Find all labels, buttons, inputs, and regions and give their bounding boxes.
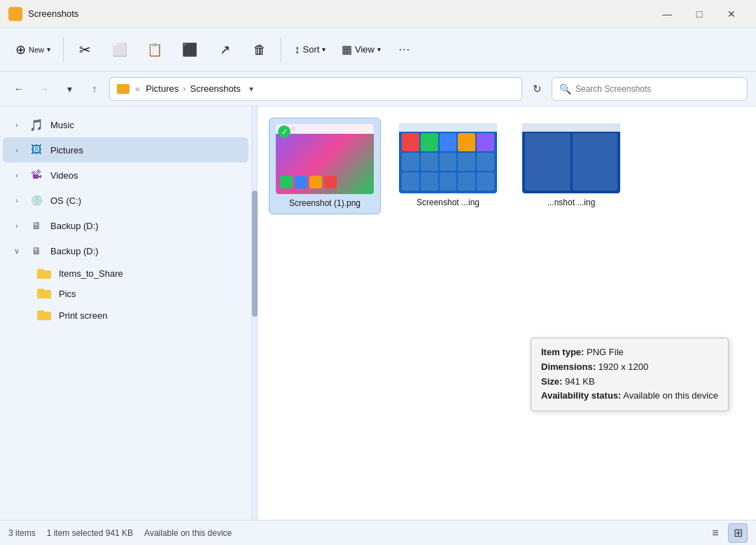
- chevron-backup-expanded-icon: ∨: [11, 247, 22, 256]
- copy-button[interactable]: ⬜: [103, 32, 136, 67]
- toolbar-divider-1: [63, 37, 64, 62]
- view-button[interactable]: ▦ View ▾: [336, 32, 386, 67]
- paste-button[interactable]: 📋: [138, 32, 172, 67]
- more-icon: ···: [399, 43, 410, 56]
- scrollbar-thumb[interactable]: [252, 191, 258, 317]
- file-tooltip: Item type: PNG File Dimensions: 1920 x 1…: [531, 338, 729, 411]
- view-toggle-group: ≡ ⊞: [706, 523, 748, 543]
- refresh-button[interactable]: ↻: [526, 78, 547, 99]
- address-path[interactable]: « Pictures › Screenshots ▾: [109, 77, 522, 101]
- up-button[interactable]: ↑: [84, 78, 105, 99]
- file-item-screenshot-2[interactable]: Screenshot ...ing: [392, 118, 504, 214]
- videos-label: Videos: [50, 170, 78, 181]
- pics-label: Pics: [59, 289, 76, 299]
- path-folder-icon: [117, 84, 130, 94]
- grid-view-button[interactable]: ⊞: [728, 523, 748, 543]
- backup-expanded-icon: 🖥: [28, 242, 45, 259]
- window-controls: — □ ✕: [651, 3, 748, 25]
- toolbar-divider-2: [281, 37, 281, 62]
- sort-icon: ↕: [295, 43, 300, 56]
- path-chevron-button[interactable]: ▾: [244, 81, 259, 97]
- new-label: New: [29, 46, 44, 54]
- file-name-2: Screenshot ...ing: [416, 198, 479, 207]
- file-area: ✓ Screenshot (1).png: [258, 106, 756, 520]
- backup-collapsed-label: Backup (D:): [50, 221, 99, 231]
- new-button[interactable]: ⊕ New ▾: [7, 32, 59, 67]
- maximize-button[interactable]: □: [683, 3, 715, 25]
- file-thumbnail-3: [522, 123, 620, 193]
- os-icon: 💿: [28, 192, 45, 209]
- tooltip-size: Size: 941 KB: [541, 375, 718, 389]
- sidebar: › 🎵 Music › 🖼 Pictures › 📽 Videos › 💿 OS…: [0, 106, 252, 520]
- more-button[interactable]: ···: [388, 32, 421, 67]
- svg-rect-1: [10, 15, 15, 18]
- folder-pics-icon: [36, 287, 52, 301]
- recent-button[interactable]: ▾: [59, 78, 80, 99]
- status-bar: 3 items 1 item selected 941 KB Available…: [0, 520, 756, 545]
- sidebar-item-videos[interactable]: › 📽 Videos: [3, 163, 248, 188]
- pictures-icon: 🖼: [28, 142, 45, 158]
- svg-rect-3: [15, 15, 20, 19]
- tooltip-dimensions: Dimensions: 1920 x 1200: [541, 360, 718, 375]
- close-button[interactable]: ✕: [715, 3, 748, 25]
- thumbnail-preview-2: [399, 123, 497, 193]
- sidebar-item-os[interactable]: › 💿 OS (C:): [3, 188, 248, 213]
- tooltip-availability: Availability status: Available on this d…: [541, 389, 718, 403]
- tooltip-size-label: Size:: [541, 376, 562, 387]
- view-label: View: [355, 44, 374, 55]
- file-item-screenshot-1[interactable]: ✓ Screenshot (1).png: [269, 118, 381, 214]
- back-button[interactable]: ←: [8, 78, 29, 99]
- music-label: Music: [50, 120, 74, 130]
- list-view-button[interactable]: ≡: [706, 523, 725, 543]
- videos-icon: 📽: [28, 167, 45, 184]
- sort-label: Sort: [303, 44, 320, 55]
- selected-info: 1 item selected 941 KB: [47, 528, 133, 538]
- backup-collapsed-icon: 🖥: [28, 217, 45, 234]
- title-bar: Screenshots — □ ✕: [0, 0, 756, 28]
- view-chevron-icon: ▾: [377, 46, 381, 53]
- file-grid: ✓ Screenshot (1).png: [269, 118, 745, 214]
- path-arrow-icon: ›: [183, 83, 186, 94]
- move-button[interactable]: ⬛: [173, 32, 206, 67]
- scrollbar-track[interactable]: [252, 106, 258, 520]
- sidebar-child-print-screen[interactable]: Print screen: [31, 305, 248, 326]
- music-icon: 🎵: [28, 116, 45, 133]
- file-check-icon: ✓: [278, 125, 290, 138]
- share-button[interactable]: ↗: [208, 32, 241, 67]
- items-count: 3 items: [8, 528, 36, 538]
- move-icon: ⬛: [182, 43, 197, 56]
- minimize-button[interactable]: —: [651, 3, 683, 25]
- tooltip-dimensions-value: 1920 x 1200: [598, 361, 649, 372]
- main-area: › 🎵 Music › 🖼 Pictures › 📽 Videos › 💿 OS…: [0, 106, 756, 520]
- share-icon: ↗: [220, 43, 230, 56]
- sidebar-item-pictures[interactable]: › 🖼 Pictures: [3, 137, 248, 163]
- sort-chevron-icon: ▾: [322, 46, 326, 53]
- sidebar-item-backup-expanded[interactable]: ∨ 🖥 Backup (D:): [3, 238, 248, 263]
- new-icon: ⊕: [15, 43, 26, 56]
- cut-button[interactable]: ✂: [68, 32, 102, 67]
- delete-button[interactable]: 🗑: [243, 32, 276, 67]
- sidebar-child-items-to-share[interactable]: Items_to_Share: [31, 263, 248, 283]
- file-name-3: ...nshot ...ing: [547, 198, 596, 207]
- search-box[interactable]: 🔍: [552, 77, 748, 101]
- chevron-os-icon: ›: [11, 196, 22, 205]
- window-title: Screenshots: [28, 8, 651, 19]
- sidebar-item-music[interactable]: › 🎵 Music: [3, 112, 248, 137]
- items-to-share-label: Items_to_Share: [59, 268, 123, 279]
- file-thumbnail-2: [399, 123, 497, 193]
- sort-button[interactable]: ↕ Sort ▾: [286, 32, 335, 67]
- chevron-backup-collapsed-icon: ›: [11, 221, 22, 230]
- sidebar-item-backup-collapsed[interactable]: › 🖥 Backup (D:): [3, 213, 248, 238]
- view-icon: ▦: [342, 43, 352, 56]
- file-item-screenshot-3[interactable]: ...nshot ...ing: [515, 118, 627, 214]
- sidebar-children: Items_to_Share Pics Print screen: [0, 263, 251, 326]
- tooltip-item-type-label: Item type:: [541, 347, 584, 357]
- new-chevron-icon: ▾: [47, 46, 50, 53]
- path-separator: «: [135, 83, 140, 94]
- delete-icon: 🗑: [253, 43, 266, 56]
- chevron-music-icon: ›: [11, 120, 22, 129]
- search-input[interactable]: [575, 84, 740, 94]
- forward-button[interactable]: →: [34, 78, 55, 99]
- sidebar-child-pics[interactable]: Pics: [31, 283, 248, 305]
- thumbnail-preview-1: [276, 124, 374, 194]
